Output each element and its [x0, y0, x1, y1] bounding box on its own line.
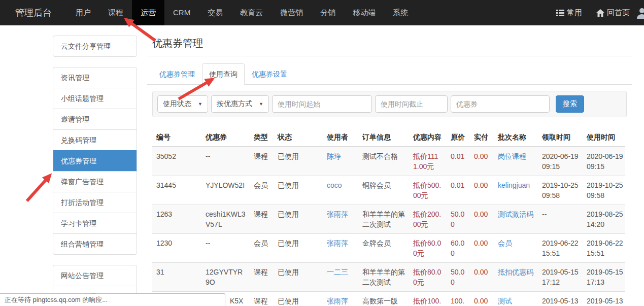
sidebar-item[interactable]: 弹窗广告管理 [53, 171, 137, 192]
nav-item[interactable]: 系统 [384, 0, 417, 25]
nav-item[interactable]: CRM [164, 0, 199, 25]
tab[interactable]: 优惠券设置 [245, 63, 294, 85]
table-cell: 铜牌会员 [358, 176, 409, 205]
table-column-header: 批次名称 [494, 128, 538, 147]
table-column-header: 类型 [250, 128, 274, 147]
list-icon [556, 10, 564, 16]
coupon-usage-table: 编号优惠券类型状态使用者订单信息优惠内容原价实付批次名称领取时间使用时间 350… [152, 128, 625, 306]
sidebar-group: 资讯管理小组话题管理邀请管理兑换码管理优惠券管理弹窗广告管理打折活动管理学习卡管… [53, 67, 137, 255]
table-column-header: 优惠券 [201, 128, 250, 147]
sidebar-item[interactable]: 学习卡管理 [53, 213, 137, 233]
sidebar-item[interactable]: 打折活动管理 [53, 192, 137, 213]
nav-item[interactable]: 交易 [199, 0, 231, 25]
table-cell: 2019-05-13 [538, 292, 583, 306]
nav-item[interactable]: 课程 [99, 0, 132, 25]
user-icon[interactable] [636, 8, 644, 19]
table-column-header: 原价 [447, 128, 470, 147]
batch-name-link[interactable]: 测试激活码 [494, 205, 538, 234]
table-cell: 会员 [250, 176, 274, 205]
table-cell: -- [538, 205, 583, 234]
chevron-down-icon: ▼ [198, 101, 202, 107]
tab[interactable]: 使用查询 [202, 63, 245, 85]
sidebar-item[interactable]: 组合营销管理 [53, 233, 137, 254]
table-cell: 和羊羊羊的第二次测试 [358, 263, 409, 292]
table-cell: 35052 [152, 147, 201, 176]
table-cell: 已使用 [274, 234, 323, 263]
table-cell: 0.00 [470, 205, 494, 234]
nav-item[interactable]: 分销 [312, 0, 344, 25]
table-cell: 课程 [250, 292, 274, 306]
sidebar-item[interactable]: 资讯管理 [53, 67, 137, 88]
table-row: 31445YJYLOW52I会员已使用coco铜牌会员抵价500.00元0.01… [152, 176, 625, 205]
table-header-row: 编号优惠券类型状态使用者订单信息优惠内容原价实付批次名称领取时间使用时间 [152, 128, 625, 147]
table-cell: 2019-05-15 17:13 [583, 263, 625, 292]
table-cell: 2019-05-13 [583, 292, 625, 306]
browser-status-tooltip: 正在等待 pingtcss.qq.com 的响应... [0, 293, 225, 306]
table-cell: 0.00 [470, 234, 494, 263]
table-cell: 0.01 [447, 176, 470, 205]
common-menu-label: 常用 [567, 8, 582, 18]
user-link[interactable]: 张雨萍 [323, 205, 358, 234]
table-cell: 已使用 [274, 147, 323, 176]
common-menu-button[interactable]: 常用 [556, 8, 582, 18]
table-column-header: 订单信息 [358, 128, 409, 147]
table-cell: 抵价1111.00元 [409, 147, 447, 176]
main-content: 优惠券管理 优惠券管理使用查询优惠券设置 使用状态 ▼ 按优惠方式 ▼ 搜索 编… [147, 25, 632, 306]
table-cell: 60.00 [447, 234, 470, 263]
table-cell: 课程 [250, 263, 274, 292]
search-button[interactable]: 搜索 [556, 95, 584, 113]
table-cell: 2019-08-25 14:20 [583, 205, 625, 234]
brand-title[interactable]: 管理后台 [15, 7, 52, 19]
nav-item[interactable]: 移动端 [344, 0, 384, 25]
user-link[interactable]: 张雨萍 [323, 292, 358, 306]
batch-name-link[interactable]: kelingjuan [494, 176, 538, 205]
table-cell: 课程 [250, 147, 274, 176]
nav-item[interactable]: 用户 [67, 0, 99, 25]
sidebar-item[interactable]: 邀请管理 [53, 109, 137, 129]
tab[interactable]: 优惠券管理 [152, 63, 202, 85]
table-cell: 会员 [250, 234, 274, 263]
table-cell: 2019-05-15 17:12 [538, 263, 583, 292]
user-link[interactable]: coco [323, 176, 358, 205]
batch-name-link[interactable]: 测试 [494, 292, 538, 306]
discount-method-select-value: 按优惠方式 [217, 99, 252, 109]
back-home-button[interactable]: 回首页 [596, 8, 630, 18]
user-link[interactable]: 陈琤 [323, 147, 358, 176]
table-column-header: 使用者 [323, 128, 358, 147]
nav-item[interactable]: 教育云 [231, 0, 272, 25]
batch-name-link[interactable]: 会员 [494, 234, 538, 263]
table-cell: ceshi1KWL3V57L [201, 205, 250, 234]
sidebar-item[interactable]: 兑换码管理 [53, 129, 137, 150]
sidebar-group: 云文件分享管理 [53, 36, 137, 57]
discount-method-select[interactable]: 按优惠方式 ▼ [211, 95, 269, 113]
use-status-select[interactable]: 使用状态 ▼ [157, 95, 208, 113]
table-cell: 和羊羊羊的第二次测试 [358, 205, 409, 234]
top-nav-menu: 用户课程运营CRM交易教育云微营销分销移动端系统 [67, 0, 417, 25]
sidebar-item[interactable]: 云文件分享管理 [53, 36, 137, 56]
table-column-header: 编号 [152, 128, 201, 147]
coupon-input[interactable] [451, 95, 550, 113]
table-cell: 测试不合格 [358, 147, 409, 176]
sidebar-item[interactable]: 网站公告管理 [53, 265, 137, 286]
user-link[interactable]: 张雨萍 [323, 234, 358, 263]
table-cell: 已使用 [274, 205, 323, 234]
sidebar-item[interactable]: 小组话题管理 [53, 88, 137, 109]
nav-item[interactable]: 微营销 [272, 0, 312, 25]
table-column-header: 领取时间 [538, 128, 583, 147]
page-title: 优惠券管理 [152, 37, 627, 50]
annotation-arrow-sidebar [27, 175, 50, 201]
use-status-select-value: 使用状态 [163, 99, 191, 109]
tab-bar: 优惠券管理使用查询优惠券设置 [147, 63, 632, 85]
nav-item[interactable]: 运营 [132, 0, 164, 25]
table-cell: 金牌会员 [358, 234, 409, 263]
user-link[interactable]: 一二三 [323, 263, 358, 292]
use-time-end-input[interactable] [375, 95, 448, 113]
table-column-header: 使用时间 [583, 128, 625, 147]
use-time-start-input[interactable] [272, 95, 372, 113]
table-cell: 高数第一版 [358, 292, 409, 306]
batch-name-link[interactable]: 岗位课程 [494, 147, 538, 176]
sidebar-item[interactable]: 优惠券管理 [53, 150, 137, 171]
table-row: 35052--课程已使用陈琤测试不合格抵价1111.00元0.010.00岗位课… [152, 147, 625, 176]
batch-name-link[interactable]: 抵扣优惠码 [494, 263, 538, 292]
table-cell: 0.00 [470, 292, 494, 306]
